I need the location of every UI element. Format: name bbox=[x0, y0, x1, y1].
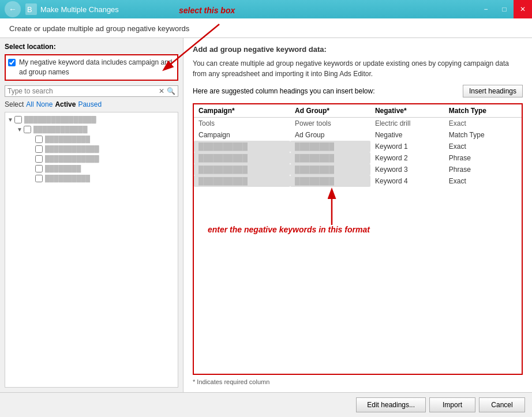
right-panel: Add ad group negative keyword data: You … bbox=[183, 38, 532, 392]
row2-negative: Keyword 2 bbox=[370, 152, 444, 164]
example-matchtype: Exact bbox=[444, 118, 522, 130]
row1-negative: Keyword 1 bbox=[370, 141, 444, 152]
tree-leaf-1[interactable]: ██████████ bbox=[35, 134, 175, 144]
leaf-5-name: ██████████ bbox=[45, 175, 90, 182]
row1-campaign: ██████████ bbox=[194, 141, 290, 152]
data-campaign-header: Campaign bbox=[194, 129, 290, 141]
row2-matchtype: Phrase bbox=[444, 152, 522, 164]
example-negative: Electric drill bbox=[370, 118, 444, 130]
tree-leaf-3[interactable]: ████████████ bbox=[35, 154, 175, 164]
col-campaign: Campaign* bbox=[194, 104, 290, 118]
tree-leaf-2-checkbox[interactable] bbox=[35, 145, 43, 153]
search-icon[interactable]: 🔍 bbox=[167, 87, 175, 95]
tree-leaf-5[interactable]: ██████████ bbox=[35, 174, 175, 183]
keyword-data-table: Campaign* Ad Group* Negative* Match Type… bbox=[194, 104, 522, 187]
col-negative: Negative* bbox=[370, 104, 444, 118]
root-campaign-name: ████████████████ bbox=[24, 116, 96, 123]
minimize-button[interactable]: − bbox=[477, 0, 495, 18]
row2-adgroup: ████████ bbox=[290, 152, 370, 164]
row4-negative: Keyword 4 bbox=[370, 175, 444, 187]
child-campaign-name: ████████████ bbox=[33, 126, 88, 133]
campaign-tree[interactable]: ▼ ████████████████ ▼ ████████████ bbox=[5, 112, 178, 388]
data-adgroup-header: Ad Group bbox=[290, 129, 370, 141]
indicates-note: * Indicates required column bbox=[193, 378, 523, 385]
close-button[interactable]: ✕ bbox=[514, 0, 532, 18]
right-panel-title: Add ad group negative keyword data: bbox=[193, 45, 523, 54]
row1-adgroup: ████████ bbox=[290, 141, 370, 152]
tree-root-item[interactable]: ▼ ████████████████ bbox=[8, 115, 175, 125]
dialog-footer: Edit headings... Import Cancel bbox=[0, 392, 532, 417]
row4-campaign: ██████████ bbox=[194, 175, 290, 187]
leaf-3-name: ████████████ bbox=[45, 155, 99, 162]
select-location-label: Select location: bbox=[5, 43, 178, 51]
tree-toggle[interactable]: ▼ bbox=[8, 117, 13, 123]
col-matchtype: Match Type bbox=[444, 104, 522, 118]
table-row: ██████████ ████████ Keyword 2 Phrase bbox=[194, 152, 522, 164]
select-all-link[interactable]: All bbox=[26, 100, 33, 108]
row3-matchtype: Phrase bbox=[444, 164, 522, 175]
clear-search-icon[interactable]: ✕ bbox=[159, 87, 164, 95]
tree-indent2: ██████████ ████████████ ████████████ bbox=[17, 134, 175, 183]
edit-headings-button[interactable]: Edit headings... bbox=[356, 397, 426, 412]
example-campaign: Tools bbox=[194, 118, 290, 130]
include-campaign-checkbox[interactable] bbox=[8, 59, 16, 66]
data-negative-header: Negative bbox=[370, 129, 444, 141]
row3-negative: Keyword 3 bbox=[370, 164, 444, 175]
tree-leaf-5-checkbox[interactable] bbox=[35, 175, 43, 182]
table-row: ██████████ ████████ Keyword 3 Phrase bbox=[194, 164, 522, 175]
data-table-container: Campaign* Ad Group* Negative* Match Type… bbox=[193, 103, 523, 375]
example-adgroup: Power tools bbox=[290, 118, 370, 130]
titlebar: ← B Make Multiple Changes − □ ✕ bbox=[0, 0, 532, 18]
maximize-button[interactable]: □ bbox=[495, 0, 514, 18]
svg-text:B: B bbox=[27, 5, 32, 14]
headings-row: Here are suggested column headings you c… bbox=[193, 85, 523, 97]
data-matchtype-header: Match Type bbox=[444, 129, 522, 141]
window-controls: − □ ✕ bbox=[477, 0, 532, 18]
tree-child-checkbox[interactable] bbox=[24, 126, 31, 133]
row3-campaign: ██████████ bbox=[194, 164, 290, 175]
import-button[interactable]: Import bbox=[429, 397, 475, 412]
checkbox-label: My negative keyword data includes campai… bbox=[19, 58, 175, 77]
select-none-link[interactable]: None bbox=[36, 100, 53, 108]
checkbox-row[interactable]: My negative keyword data includes campai… bbox=[5, 54, 178, 81]
tree-leaf-4-checkbox[interactable] bbox=[35, 165, 43, 172]
dialog: Create or update multiple ad group negat… bbox=[0, 18, 532, 417]
tree-child-item[interactable]: ▼ ████████████ bbox=[17, 125, 175, 134]
cancel-button[interactable]: Cancel bbox=[479, 397, 525, 412]
tree-leaf-3-checkbox[interactable] bbox=[35, 155, 43, 163]
col-adgroup: Ad Group* bbox=[290, 104, 370, 118]
insert-headings-button[interactable]: Insert headings bbox=[463, 85, 523, 97]
row2-campaign: ██████████ bbox=[194, 152, 290, 164]
window-title: Make Multiple Changes bbox=[40, 5, 119, 14]
row1-matchtype: Exact bbox=[444, 141, 522, 152]
row4-adgroup: ████████ bbox=[290, 175, 370, 187]
tree-indent1: ▼ ████████████ ██████████ ████████ bbox=[8, 125, 175, 183]
tree-leaf-1-checkbox[interactable] bbox=[35, 136, 43, 143]
leaf-2-name: ████████████ bbox=[45, 145, 99, 152]
leaf-4-name: ████████ bbox=[45, 165, 81, 172]
table-example-row: Tools Power tools Electric drill Exact bbox=[194, 118, 522, 130]
back-button[interactable]: ← bbox=[5, 1, 21, 17]
data-row-header: Campaign Ad Group Negative Match Type bbox=[194, 129, 522, 141]
dialog-body: Select location: My negative keyword dat… bbox=[0, 38, 532, 392]
tree-leaf-2[interactable]: ████████████ bbox=[35, 144, 175, 154]
app-icon: B bbox=[25, 3, 37, 15]
select-label: Select bbox=[5, 100, 24, 108]
row4-matchtype: Exact bbox=[444, 175, 522, 187]
select-paused-link[interactable]: Paused bbox=[78, 100, 102, 108]
table-row: ██████████ ████████ Keyword 1 Exact bbox=[194, 141, 522, 152]
tree-child-toggle[interactable]: ▼ bbox=[17, 126, 23, 133]
right-panel-desc1: You can create multiple ad group negativ… bbox=[193, 58, 523, 79]
search-box[interactable]: ✕ 🔍 bbox=[5, 85, 178, 97]
row3-adgroup: ████████ bbox=[290, 164, 370, 175]
search-input[interactable] bbox=[8, 87, 159, 95]
table-header-row: Campaign* Ad Group* Negative* Match Type bbox=[194, 104, 522, 118]
leaf-1-name: ██████████ bbox=[45, 136, 90, 142]
headings-suggestion-text: Here are suggested column headings you c… bbox=[193, 87, 375, 95]
tree-leaf-4[interactable]: ████████ bbox=[35, 164, 175, 174]
select-active-link[interactable]: Active bbox=[55, 100, 76, 108]
tree-root: ▼ ████████████████ ▼ ████████████ bbox=[5, 112, 178, 186]
tree-root-checkbox[interactable] bbox=[14, 116, 22, 123]
left-panel: Select location: My negative keyword dat… bbox=[0, 38, 183, 392]
select-bar: Select All None Active Paused bbox=[5, 100, 178, 108]
